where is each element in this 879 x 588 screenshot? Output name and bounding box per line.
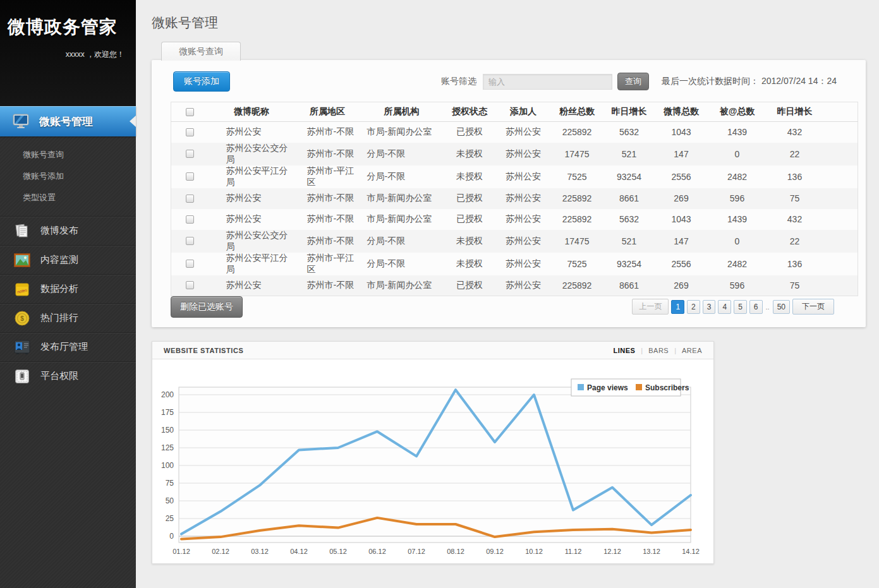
table-cell: 已授权 [443,122,497,143]
accounts-table: 微博昵称所属地区所属机构授权状态添加人粉丝总数昨日增长微博总数被@总数昨日增长 … [171,102,858,296]
table-cell: 596 [708,275,767,296]
table-cell: 1439 [708,122,767,143]
welcome-text: xxxxx ，欢迎您！ [0,39,136,60]
table-cell: 苏州市-不限 [294,275,361,296]
table-cell: 432 [767,209,823,230]
sidebar-item[interactable]: $热门排行 [0,303,136,332]
x-tick-label: 14.12 [682,548,700,555]
hall-icon [14,339,30,356]
row-checkbox[interactable] [186,128,194,136]
table-cell: 0 [708,143,767,165]
delete-selected-button[interactable]: 删除已选账号 [171,296,243,318]
chart-mode-bars[interactable]: BARS [648,347,669,354]
y-tick-label: 0 [169,532,174,541]
column-header: 所属机构 [361,102,443,122]
x-tick-label: 02.12 [212,548,229,555]
sidebar-item-label: 发布厅管理 [40,341,88,353]
table-cell: 市局-新闻办公室 [361,122,443,143]
column-header: 昨日增长 [767,102,823,122]
chart-panel: WEBSITE STATISTICS LINES|BARS|AREA 02550… [152,341,714,564]
pagination-next[interactable]: 下一页 [792,299,834,315]
table-cell: 未授权 [443,230,497,253]
x-tick-label: 07.12 [408,548,425,555]
sidebar-item[interactable]: 发布厅管理 [0,332,136,361]
pagination-page-3[interactable]: 3 [703,300,716,314]
chart-title: WEBSITE STATISTICS [164,347,244,354]
sidebar-item-label: 热门排行 [40,312,78,324]
select-all-header [171,102,209,122]
sidebar-subitem-0[interactable]: 微账号查询 [0,144,136,165]
sidebar-item-account-management[interactable]: 微账号管理 [0,106,136,136]
pagination-page-2[interactable]: 2 [687,300,700,314]
legend-label: Subscribers [645,383,689,392]
sidebar-item[interactable]: 内容监测 [0,245,136,274]
table-cell: 225892 [550,188,604,209]
sidebar-item-label: 内容监测 [40,254,78,266]
table-cell: 已授权 [443,209,497,230]
pagination-page-5[interactable]: 5 [734,300,747,314]
sidebar-item[interactable]: 平台权限 [0,361,136,390]
table-cell: 22 [767,230,823,253]
row-checkbox-cell [171,230,209,253]
pagination-prev[interactable]: 上一页 [632,299,669,315]
tab-account-query[interactable]: 微账号查询 [161,42,241,61]
y-tick-label: 125 [161,443,174,452]
table-cell: 未授权 [443,143,497,165]
sidebar-subitem-1[interactable]: 微账号添加 [0,165,136,187]
row-checkbox[interactable] [186,195,194,203]
row-checkbox[interactable] [186,281,194,289]
table-cell: 521 [604,143,655,165]
chart-mode-area[interactable]: AREA [682,347,702,354]
x-tick-label: 10.12 [525,548,543,555]
table-cell: 苏州公安 [209,209,294,230]
table-cell: 75 [767,188,823,209]
table-cell: 苏州公安平江分局 [209,253,294,275]
row-checkbox[interactable] [186,260,194,268]
row-checkbox[interactable] [186,150,194,158]
row-checkbox[interactable] [186,215,194,224]
pagination-page-1[interactable]: 1 [671,300,684,314]
pagination-page-6[interactable]: 6 [749,300,763,314]
table-cell: 未授权 [443,165,497,188]
logo-block: 微博政务管家 xxxxx ，欢迎您！ [0,0,136,106]
table-cell: 分局-不限 [361,230,443,253]
legend-swatch [578,384,584,390]
add-account-button[interactable]: 账号添加 [173,71,230,92]
pagination-last[interactable]: 50 [773,300,790,314]
table-cell: 2556 [655,165,708,188]
sidebar-item[interactable]: 微博发布 [0,216,136,245]
table-cell: 2482 [708,165,767,188]
table-cell: 225892 [550,209,604,230]
pagination-page-4[interactable]: 4 [718,300,731,314]
table-cell: 7525 [550,165,604,188]
x-tick-label: 04.12 [290,548,308,555]
table-cell: 苏州公安 [497,165,550,188]
x-tick-label: 08.12 [447,548,464,555]
query-button[interactable]: 查询 [617,73,649,90]
table-cell: 苏州市-不限 [294,230,361,253]
table-cell: 苏州公安 [497,230,550,253]
table-cell: 432 [767,122,823,143]
column-header: 添加人 [497,102,550,122]
row-checkbox[interactable] [186,237,194,245]
table-cell: 521 [604,230,655,253]
table-cell: 苏州公安 [497,188,550,209]
coin-icon: $ [14,310,30,327]
docs-icon [14,223,30,239]
table-cell: 8661 [604,275,655,296]
row-checkbox[interactable] [186,172,194,181]
x-tick-label: 01.12 [173,548,190,555]
sidebar-item-label: 微账号管理 [39,114,93,129]
filter-input[interactable] [483,74,612,90]
y-tick-label: 200 [161,390,174,399]
table-cell: 17475 [550,143,604,165]
sidebar-subitem-2[interactable]: 类型设置 [0,187,136,208]
sidebar-item[interactable]: notes数据分析 [0,274,136,303]
row-checkbox-cell [171,209,209,230]
select-all-checkbox[interactable] [186,108,194,116]
legend-label: Page views [587,383,628,392]
table-cell: 1043 [655,209,708,230]
table-cell: 分局-不限 [361,165,443,188]
chart-mode-lines[interactable]: LINES [613,347,635,354]
row-checkbox-cell [171,122,209,143]
